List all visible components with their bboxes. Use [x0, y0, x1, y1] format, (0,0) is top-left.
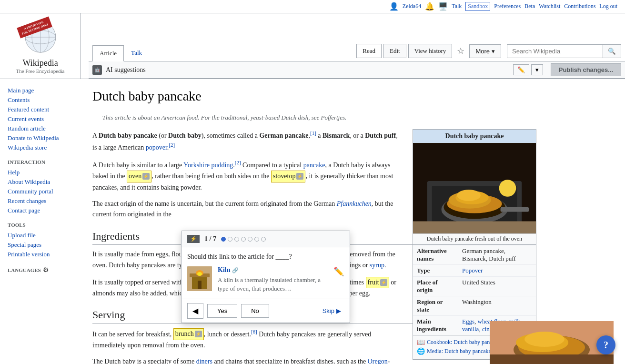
sidebar-item-about[interactable]: About Wikipedia	[8, 178, 73, 186]
popup-dot-2[interactable]	[228, 237, 232, 242]
popup-no-button[interactable]: No	[241, 304, 269, 318]
infobox-value-region: Washington	[458, 296, 536, 316]
watchlist-link[interactable]: Watchlist	[539, 3, 560, 10]
svg-rect-21	[198, 281, 202, 289]
popup-dot-1[interactable]	[221, 237, 226, 242]
popup-dot-7[interactable]	[261, 237, 266, 242]
type-link[interactable]: Popover	[462, 267, 483, 274]
sidebar-item-current[interactable]: Current events	[8, 115, 73, 123]
infobox-value-altnames: German pancake, Bismarck, Dutch puff	[458, 245, 536, 265]
popup-dot-5[interactable]	[248, 237, 252, 242]
ai-expand-button[interactable]: ▾	[531, 64, 543, 75]
contributions-link[interactable]: Contributions	[564, 3, 595, 10]
page-tabs: Article Talk	[92, 45, 353, 61]
fruit-tag-icon[interactable]: ⚡	[380, 279, 387, 286]
sidebar-item-featured[interactable]: Featured content	[8, 106, 73, 113]
yorkshire-link[interactable]: Yorkshire pudding	[183, 162, 233, 169]
popup-skip-button[interactable]: Skip ▶	[320, 304, 344, 317]
preferences-link[interactable]: Preferences	[494, 3, 521, 10]
read-button[interactable]: Read	[356, 44, 382, 58]
more-button[interactable]: More ▾	[469, 44, 501, 58]
popup-edit-icon[interactable]: ✏️	[333, 266, 344, 277]
sidebar-item-main-page[interactable]: Main page	[8, 87, 73, 94]
dutch-baby-bold: Dutch baby pancake	[99, 132, 157, 139]
star-button[interactable]: ☆	[454, 44, 467, 58]
help-button[interactable]: ?	[596, 335, 615, 354]
ai-title: AI suggestions	[106, 66, 509, 74]
ref-1-link[interactable]: [1]	[310, 130, 316, 136]
diners-link[interactable]: diners	[196, 358, 212, 364]
search-input[interactable]	[507, 45, 603, 58]
ref-1: [1]	[310, 130, 316, 136]
notification-icon[interactable]: 🔔	[425, 2, 434, 11]
interaction-heading: Interaction	[8, 159, 73, 165]
more-label: More	[475, 48, 490, 55]
brunch-tag-icon[interactable]: ⚡	[195, 331, 202, 337]
sidebar-item-upload[interactable]: Upload file	[8, 232, 73, 239]
sidebar-item-contact[interactable]: Contact page	[8, 207, 73, 214]
german-pancake-bold: German pancake	[259, 132, 308, 139]
sidebar-item-recent[interactable]: Recent changes	[8, 197, 73, 205]
tab-article[interactable]: Article	[92, 45, 124, 61]
pancake-link[interactable]: pancake	[303, 162, 325, 169]
search-bar: 🔍	[507, 44, 621, 58]
popup-yes-button[interactable]: Yes	[207, 304, 237, 318]
talk-link[interactable]: Talk	[452, 3, 462, 10]
sidebar-item-special[interactable]: Special pages	[8, 241, 73, 249]
tools-heading-row: Tools	[8, 222, 73, 228]
logout-link[interactable]: Log out	[599, 3, 617, 10]
sidebar-item-random[interactable]: Random article	[8, 125, 73, 132]
logo-title[interactable]: Wikipedia	[22, 58, 58, 68]
cookbook-icon: 📖	[417, 338, 425, 346]
pfannkuchen-link[interactable]: Pfannkuchen	[337, 200, 372, 207]
article-title: Dutch baby pancake	[92, 89, 536, 106]
media-link[interactable]: Media: Dutch baby pancake	[427, 348, 491, 355]
oven-tag-icon[interactable]: ⚡	[142, 173, 150, 180]
popover-link[interactable]: popover	[146, 144, 167, 151]
bottom-image-area	[490, 321, 614, 364]
eggs-link[interactable]: Eggs	[462, 318, 474, 325]
display-icon[interactable]: 🖥️	[438, 2, 448, 11]
sidebar-languages: Languages ⚙	[8, 266, 73, 274]
ai-edit-button[interactable]: ✏️	[513, 64, 529, 75]
hatnote-link[interactable]: Poffertjes	[321, 114, 345, 121]
languages-heading: Languages	[8, 267, 41, 273]
popup-dot-6[interactable]	[254, 237, 259, 242]
svg-rect-29	[490, 354, 614, 364]
suggestion-popup: ⚡ 1 / 7 Should this link to the article …	[181, 231, 350, 323]
sidebar-item-print[interactable]: Printable version	[8, 251, 73, 258]
sidebar-item-contents[interactable]: Contents	[8, 96, 73, 104]
popup-dot-4[interactable]	[241, 237, 246, 242]
view-history-button[interactable]: View history	[408, 44, 453, 58]
hatnote-period: .	[345, 114, 346, 121]
oregon-link[interactable]: Oregon	[368, 358, 388, 364]
sidebar-item-community[interactable]: Community portal	[8, 188, 73, 195]
beta-link[interactable]: Beta	[524, 3, 535, 10]
stovetop-tag-icon[interactable]: ⚡	[296, 173, 303, 180]
ref-2b-link[interactable]: [2]	[235, 160, 241, 165]
syrup-link[interactable]: syrup	[370, 262, 384, 269]
gear-icon[interactable]: ⚙	[43, 266, 49, 274]
sidebar-item-help[interactable]: Help	[8, 169, 73, 176]
username-link[interactable]: Zelda64	[403, 3, 421, 10]
sandbox-link[interactable]: Sandbox	[465, 2, 490, 11]
publish-button[interactable]: Publish changes...	[551, 63, 621, 76]
edit-button[interactable]: Edit	[383, 44, 406, 58]
ref-6-link[interactable]: [6]	[251, 329, 257, 334]
infobox-title: Dutch baby pancake	[413, 130, 536, 143]
tab-talk[interactable]: Talk	[124, 45, 149, 61]
languages-heading-row: Languages ⚙	[8, 266, 73, 274]
logo-globe[interactable]: A PROTOTYPEFOR TESTING ONLY	[21, 18, 60, 56]
vanilla-link[interactable]: vanilla	[462, 325, 479, 333]
stovetop-text: stovetop	[273, 171, 295, 182]
search-button[interactable]: 🔍	[603, 45, 621, 58]
sidebar-item-store[interactable]: Wikipedia store	[8, 144, 73, 152]
popup-dot-3[interactable]	[234, 237, 239, 242]
sidebar-item-donate[interactable]: Donate to Wikipedia	[8, 134, 73, 142]
infobox-label-altnames: Alternative names	[413, 245, 458, 265]
ref-2-link[interactable]: [2]	[169, 142, 175, 148]
top-bar: 👤 Zelda64 🔔 🖥️ Talk Sandbox Preferences …	[0, 0, 625, 13]
popup-article-link[interactable]: Kiln	[218, 266, 230, 274]
infobox-row-origin: Place of origin United States	[413, 277, 536, 296]
popup-prev-button[interactable]: ◀	[187, 303, 203, 319]
